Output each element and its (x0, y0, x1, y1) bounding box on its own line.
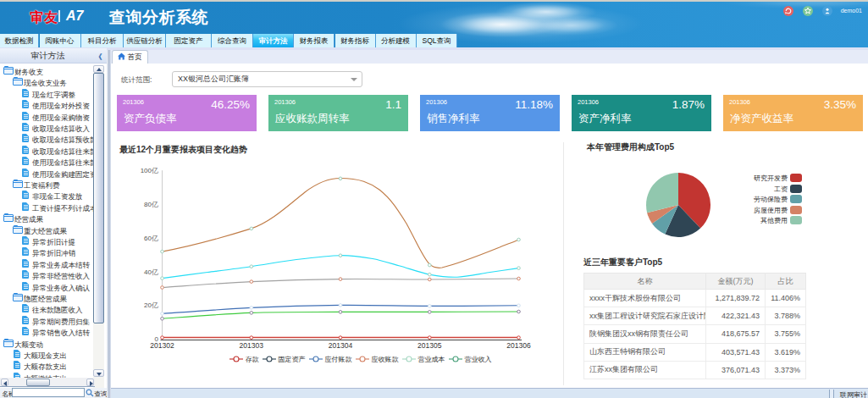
svg-text:201303: 201303 (240, 341, 264, 350)
svg-text:201302: 201302 (150, 341, 174, 350)
svg-text:40亿: 40亿 (144, 268, 158, 276)
svg-text:存款: 存款 (246, 356, 259, 363)
svg-text:营业收入: 营业收入 (465, 356, 492, 363)
svg-text:100亿: 100亿 (141, 167, 158, 174)
svg-text:201306: 201306 (506, 341, 531, 350)
svg-text:20亿: 20亿 (144, 301, 158, 309)
svg-text:201304: 201304 (329, 341, 353, 350)
svg-text:固定资产: 固定资产 (279, 356, 306, 363)
svg-text:80亿: 80亿 (144, 201, 158, 208)
svg-text:应付账款: 应付账款 (325, 356, 352, 363)
svg-text:60亿: 60亿 (144, 235, 158, 242)
svg-text:201305: 201305 (417, 341, 442, 350)
svg-text:应收账款: 应收账款 (372, 356, 399, 363)
svg-text:营业成本: 营业成本 (418, 356, 445, 363)
